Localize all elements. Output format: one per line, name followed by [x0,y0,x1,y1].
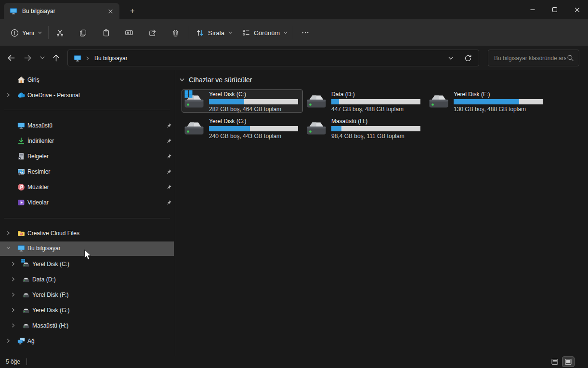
sidebar-item-label: Masaüstü (H:) [32,322,68,329]
drive-name: Yerel Disk (G:) [209,118,247,125]
chevron-right-icon[interactable] [6,338,11,343]
status-bar: 5 öğe [0,356,588,368]
chevron-right-icon[interactable] [11,307,16,313]
copy-button[interactable] [74,25,91,40]
drive-tile-f[interactable]: Yerel Disk (F:) 130 GB boş, 488 GB topla… [427,90,547,112]
chevron-down-icon[interactable] [179,77,185,83]
search-icon[interactable] [567,54,574,62]
more-options-button[interactable] [297,25,314,40]
sidebar-item-home[interactable]: Giriş [0,73,174,87]
sidebar-item-desktop[interactable]: Masaüstü [0,119,174,132]
drive-icon [22,276,30,283]
devices-and-drives-section-header[interactable]: Cihazlar ve sürücüler [179,76,252,84]
chevron-right-icon [85,56,90,61]
maximize-icon [552,7,558,13]
sidebar-item-onedrive[interactable]: OneDrive - Personal [0,89,174,102]
home-icon [17,76,25,84]
item-count: 5 öğe [6,356,20,368]
capacity-bar-fill [331,126,341,131]
sidebar-item-label: Resimler [27,168,50,175]
drive-icon [22,306,30,314]
chevron-right-icon[interactable] [11,261,16,266]
sort-button[interactable]: Sırala [193,25,235,40]
pin-icon [166,138,172,144]
chevron-down-icon [228,30,233,35]
back-button[interactable] [4,50,18,65]
sidebar-item-drive-d[interactable]: Data (D:) [0,273,174,286]
content-pane: Cihazlar ve sürücüler Yerel Disk (C:) 28… [177,70,588,356]
sidebar-item-music[interactable]: Müzikler [0,180,174,194]
tab-bu-bilgisayar[interactable]: Bu bilgisayar [4,3,119,19]
sidebar-item-label: İndirilenler [27,138,54,144]
this-pc-icon [74,54,81,62]
share-icon [148,29,157,37]
share-button[interactable] [144,25,161,40]
chevron-right-icon[interactable] [6,92,11,98]
chevron-right-icon[interactable] [11,323,16,328]
sidebar-item-network[interactable]: Ağ [0,334,174,348]
videos-icon [17,199,25,206]
drive-tile-h[interactable]: Masaüstü (H:) 98,4 GB boş, 111 GB toplam [304,117,425,139]
sort-button-label: Sırala [208,29,224,37]
this-pc-icon [17,244,25,252]
sidebar-item-drive-h[interactable]: Masaüstü (H:) [0,319,174,332]
drive-tile-d[interactable]: Data (D:) 447 GB boş, 488 GB toplam [304,90,425,112]
sidebar-item-drive-c[interactable]: Yerel Disk (C:) [0,257,174,271]
new-tab-button[interactable]: + [126,5,139,17]
sidebar-item-creative-cloud-files[interactable]: Creative Cloud Files [0,227,174,240]
close-window-button[interactable] [566,0,588,19]
drive-icon [22,291,30,299]
sidebar-item-downloads[interactable]: İndirilenler [0,134,174,148]
recent-locations-button[interactable] [37,50,48,65]
chevron-down-icon[interactable] [6,245,11,251]
address-row: Bu bilgisayar [0,46,588,70]
breadcrumb[interactable]: Bu bilgisayar [94,55,448,62]
navigation-pane: Giriş OneDrive - Personal Masaüstü İndir… [0,70,175,356]
refresh-icon[interactable] [464,54,472,62]
cut-button[interactable] [51,25,68,40]
maximize-button[interactable] [544,0,566,19]
paste-button[interactable] [97,25,115,40]
sidebar-item-label: Videolar [27,199,49,206]
new-button[interactable]: Yeni [8,25,45,40]
view-button[interactable]: Görünüm [239,25,291,40]
drive-tile-g[interactable]: Yerel Disk (G:) 240 GB boş, 443 GB topla… [182,117,302,139]
forward-button[interactable] [20,50,35,65]
downloads-icon [17,137,25,145]
details-view-icon [551,358,559,366]
chevron-right-icon[interactable] [11,277,16,282]
view-button-label: Görünüm [254,29,280,37]
scissors-icon [56,29,64,37]
sidebar-item-pictures[interactable]: Resimler [0,165,174,178]
drive-capacity-text: 240 GB boş, 443 GB toplam [209,133,281,140]
rename-button[interactable] [120,25,138,40]
details-view-button[interactable] [549,357,561,367]
capacity-bar-fill [331,99,339,104]
drive-capacity-text: 447 GB boş, 488 GB toplam [331,106,404,113]
status-separator [26,358,27,365]
large-icons-view-button[interactable] [562,357,574,367]
sidebar-item-label: Belgeler [27,153,49,160]
up-button[interactable] [49,50,63,65]
drive-name: Yerel Disk (C:) [209,91,246,98]
delete-button[interactable] [167,25,184,40]
sidebar-item-label: Giriş [27,76,39,83]
sidebar-item-drive-f[interactable]: Yerel Disk (F:) [0,288,174,302]
capacity-bar [209,99,298,104]
tab-close-button[interactable] [105,6,116,16]
chevron-right-icon[interactable] [6,230,11,236]
sidebar-item-documents[interactable]: Belgeler [0,150,174,163]
drive-icon [22,322,30,330]
drive-name: Data (D:) [331,91,355,98]
search-input[interactable] [493,54,567,62]
address-dropdown-icon[interactable] [448,55,454,61]
chevron-right-icon[interactable] [11,292,16,297]
drive-tile-c[interactable]: Yerel Disk (C:) 282 GB boş, 464 GB topla… [182,90,302,112]
sidebar-item-videos[interactable]: Videolar [0,196,174,209]
sidebar-item-drive-g[interactable]: Yerel Disk (G:) [0,304,174,317]
capacity-bar-fill [454,99,519,104]
address-bar[interactable]: Bu bilgisayar [67,50,479,66]
window-controls [522,0,588,19]
minimize-button[interactable] [522,0,544,19]
sidebar-item-this-pc[interactable]: Bu bilgisayar [0,241,174,256]
